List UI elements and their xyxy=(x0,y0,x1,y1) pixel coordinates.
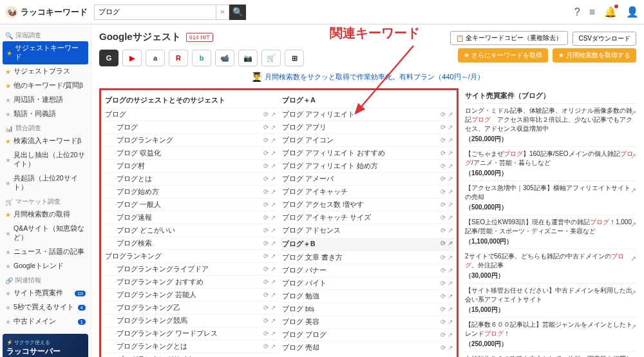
reload-icon[interactable]: ⟳ xyxy=(263,330,269,337)
keyword-row[interactable]: ブログ アイキャッチ サイズ⟳↗ xyxy=(281,211,454,224)
platform-button[interactable]: ▶ xyxy=(122,50,142,66)
keyword-row[interactable]: ブログ アメーバ⟳↗ xyxy=(281,172,454,185)
sidebar-item[interactable]: ★ニュース・話題の記事 xyxy=(0,245,91,259)
promo-link[interactable]: 👨‍🎓 月間検索数をサクッと取得で作業効率化。有料プラン（440円～/月） xyxy=(99,72,636,82)
sidebar-item[interactable]: ★5秒で買えるサイト4 xyxy=(0,300,91,314)
keyword-row[interactable]: ブログ ブログ⟳↗ xyxy=(281,328,454,341)
platform-button[interactable]: ⊞ xyxy=(285,50,304,66)
keyword-row[interactable]: ブログ アイキャッチ⟳↗ xyxy=(281,185,454,198)
reload-icon[interactable]: ⟳ xyxy=(263,111,269,118)
user-icon[interactable]: 👤 xyxy=(626,6,639,18)
keyword-row[interactable]: ブログ速報⟳↗ xyxy=(104,211,277,224)
search-clear[interactable]: × xyxy=(216,5,229,20)
open-icon[interactable]: ↗ xyxy=(270,304,276,311)
deal-listing[interactable]: 【ごちゃまぜブログ】160記事/SEOメインの個人雑記ブログ/アニメ・芸能・暮ら… xyxy=(465,146,636,180)
reload-icon[interactable]: ⟳ xyxy=(440,344,446,351)
keyword-row[interactable]: ブログ 勉強⟳↗ xyxy=(281,289,454,302)
search-input[interactable] xyxy=(94,5,216,20)
keyword-row[interactable]: ブログ アクセス数 増やす⟳↗ xyxy=(281,198,454,211)
keyword-row[interactable]: ブログランキング⟳↗ xyxy=(104,133,277,146)
platform-button[interactable]: 🛒 xyxy=(261,50,281,66)
deal-listing[interactable]: ロング・ミドル記事、体験記事、オリジナル画像多数の雑記ブログ アクセス前年比２倍… xyxy=(465,103,636,146)
keyword-row[interactable]: ブログランキング ワードプレス⟳↗ xyxy=(104,327,277,340)
logo[interactable]: 🦦 ラッコキーワード xyxy=(5,6,88,19)
sidebar-item[interactable]: ★他のキーワード/質問β xyxy=(0,79,91,93)
reload-icon[interactable]: ⟳ xyxy=(263,343,269,350)
open-icon[interactable]: ↗ xyxy=(270,162,276,169)
search-button[interactable]: 🔍 xyxy=(229,5,246,20)
deal-listing[interactable]: 【サイト移管お任せください】中古ドメインを利用した出会い系アフィエイトサイト（1… xyxy=(465,283,636,317)
open-icon[interactable]: ↗ xyxy=(270,253,276,260)
more-keywords-button[interactable]: ★ さらにキーワードを取得 xyxy=(458,48,548,63)
open-icon[interactable]: ↗ xyxy=(448,175,453,182)
platform-button[interactable]: R xyxy=(169,50,188,66)
reload-icon[interactable]: ⟳ xyxy=(440,214,446,221)
help-icon[interactable]: ? xyxy=(574,6,580,18)
open-icon[interactable]: ↗ xyxy=(448,214,453,221)
open-icon[interactable]: ↗ xyxy=(448,267,453,274)
reload-icon[interactable]: ⟳ xyxy=(440,111,446,118)
reload-icon[interactable]: ⟳ xyxy=(440,254,446,261)
csv-download-button[interactable]: CSVダウンロード xyxy=(573,32,636,46)
open-icon[interactable]: ↗ xyxy=(270,137,276,144)
open-icon[interactable]: ↗ xyxy=(270,227,276,234)
open-icon[interactable]: ↗ xyxy=(448,188,453,195)
sidebar-item[interactable]: ★見出し抽出（上位20サイト） xyxy=(0,148,91,171)
keyword-row[interactable]: ブログ 一般人⟳↗ xyxy=(104,198,277,211)
reload-icon[interactable]: ⟳ xyxy=(263,137,269,144)
deal-listing[interactable]: 2サイトで56記事。どちらも雑記の中古ドメインのブログ。外注記事（30,000円… xyxy=(465,249,636,283)
open-icon[interactable]: ↗ xyxy=(270,240,276,247)
reload-icon[interactable]: ⟳ xyxy=(263,150,269,157)
reload-icon[interactable]: ⟳ xyxy=(440,318,446,325)
open-icon[interactable]: ↗ xyxy=(448,318,453,325)
open-icon[interactable]: ↗ xyxy=(270,291,276,298)
open-icon[interactable]: ↗ xyxy=(448,254,453,261)
deal-listing[interactable]: 【記事数６００記事以上】芸能ジャンルをメインとしたトレンドブログ！（250,00… xyxy=(465,317,636,351)
monthly-volume-button[interactable]: ★ 月間検索数を取得する xyxy=(553,48,636,63)
keyword-row[interactable]: ブログ始め方⟳↗ xyxy=(104,185,277,198)
keyword-row[interactable]: ブログ⟳↗ xyxy=(104,121,277,133)
open-icon[interactable]: ↗ xyxy=(270,175,276,182)
reload-icon[interactable]: ⟳ xyxy=(263,253,269,260)
open-icon[interactable]: ↗ xyxy=(448,227,453,234)
sidebar-item[interactable]: ★サイト売買案件10 xyxy=(0,286,91,300)
platform-button[interactable]: b xyxy=(192,50,211,66)
keyword-row[interactable]: ブログ アフィリエイト おすすめ⟳↗ xyxy=(281,146,454,159)
reload-icon[interactable]: ⟳ xyxy=(263,188,269,195)
reload-icon[interactable]: ⟳ xyxy=(440,280,446,287)
open-icon[interactable]: ↗ xyxy=(270,278,276,285)
keyword-row[interactable]: ブログ バナー⟳↗ xyxy=(281,264,454,276)
reload-icon[interactable]: ⟳ xyxy=(440,305,446,313)
reload-icon[interactable]: ⟳ xyxy=(440,293,446,300)
keyword-row[interactable]: ブログ村⟳↗ xyxy=(104,159,277,172)
sidebar-item[interactable]: ★サジェストキーワード xyxy=(3,41,88,64)
reload-icon[interactable]: ⟳ xyxy=(263,240,269,247)
reload-icon[interactable]: ⟳ xyxy=(440,137,446,144)
keyword-row[interactable]: ブログ 収益化⟳↗ xyxy=(104,146,277,159)
reload-icon[interactable]: ⟳ xyxy=(263,214,269,221)
keyword-row[interactable]: ブログ バイト⟳↗ xyxy=(281,276,454,289)
sidebar-item[interactable]: ★サジェストプラス xyxy=(0,64,91,79)
keyword-row[interactable]: ブログ 美容⟳↗ xyxy=(281,315,454,328)
menu-icon[interactable]: ≡ xyxy=(589,6,595,18)
reload-icon[interactable]: ⟳ xyxy=(263,227,269,234)
reload-icon[interactable]: ⟳ xyxy=(263,265,269,273)
sidebar-item[interactable]: ★共起語（上位20サイト） xyxy=(0,171,91,195)
open-icon[interactable]: ↗ xyxy=(270,124,276,131)
deal-listing[interactable]: 女神転生Ｄ２の攻略を中心として、旅行、軍事等を網羅した雑記型ブログ。記事数３２２… xyxy=(465,351,636,357)
open-icon[interactable]: ↗ xyxy=(448,201,453,208)
reload-icon[interactable]: ⟳ xyxy=(440,175,446,182)
platform-button[interactable]: G xyxy=(99,50,118,66)
keyword-row[interactable]: ブログ アドセンス⟳↗ xyxy=(281,224,454,236)
open-icon[interactable]: ↗ xyxy=(270,330,276,337)
deal-listing[interactable]: 【アクセス急増中｜305記事】横軸アフィリエイトサイトの売却（500,000円）… xyxy=(465,180,636,215)
bell-icon[interactable]: 🔔 xyxy=(604,6,617,18)
reload-icon[interactable]: ⟳ xyxy=(440,240,446,249)
sidebar-item[interactable]: ★月間検索数の取得 xyxy=(0,207,91,222)
sidebar-item[interactable]: ★類語・同義語 xyxy=(0,107,91,121)
open-icon[interactable]: ↗ xyxy=(448,124,453,131)
keyword-row[interactable]: ブログ検索⟳↗ xyxy=(104,236,277,249)
keyword-row[interactable]: ブログランキング 芸能人⟳↗ xyxy=(104,288,277,301)
keyword-row[interactable]: ブログ アフィリエイト 始め方⟳↗ xyxy=(281,159,454,172)
reload-icon[interactable]: ⟳ xyxy=(263,162,269,169)
